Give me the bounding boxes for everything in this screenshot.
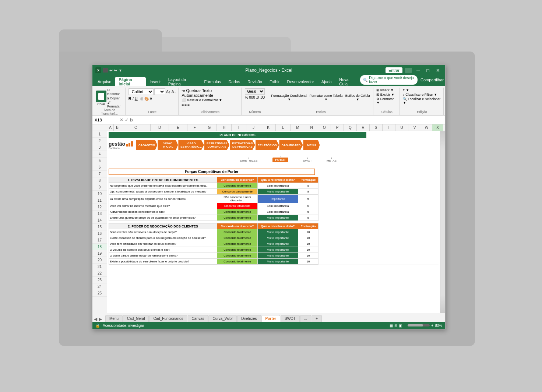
find-select-button[interactable]: 🔍 Localizar e Selecionar ▼ [403,97,441,105]
nav-visao-inicial[interactable]: VISÃOINICIAL [158,140,178,150]
insert-button[interactable]: ⊞ Inserir ▼ [376,88,397,92]
zoom-slider[interactable] [408,324,430,326]
tab-menu[interactable]: Menu [105,315,123,322]
cut-button[interactable]: ✂ Recortar [107,88,123,96]
tab-dados[interactable]: Dados [225,77,244,86]
percent-button[interactable]: % [245,95,248,99]
nav-visao-estrategica[interactable]: VISÃOESTRATÉGIC... [178,140,204,150]
nav-relatorios[interactable]: RELATÓRIOS [256,140,279,150]
italic-button[interactable]: I [133,96,134,101]
tab-cad-geral[interactable]: Cad_Geral [123,315,149,322]
sort-filter-button[interactable]: ↕ Classificar e Filtrar ▼ [403,93,441,96]
confirm-formula-icon[interactable]: ✓ [125,117,129,123]
fill-color-button[interactable]: 🎨 [144,97,149,101]
format-table-button[interactable]: Formatar como Tabela ▼ [309,94,343,101]
align-left[interactable]: ≡ [182,103,184,107]
minimize-button[interactable]: ─ [414,67,422,74]
format-painter-button[interactable]: 🖌 Formatar [107,101,123,108]
close-button[interactable]: ✕ [434,67,442,74]
decimal-dec[interactable]: .00 [260,95,265,99]
sub-diretrizes[interactable]: ↓ DIRETRIZES [240,156,258,162]
border-button[interactable]: ⊞ [140,97,143,101]
row-11: 11 [92,197,107,204]
cancel-formula-icon[interactable]: ✕ [120,117,123,123]
clipboard-buttons: Colar ✂ Recortar ⎘ Copiar 🖌 Formatar [96,88,123,108]
format-button[interactable]: ⚙ Formatar ▼ [376,97,397,105]
tab-add[interactable]: + [312,315,322,322]
font-family-select[interactable]: Calibri [129,88,154,95]
tab-swot[interactable]: SWOT [281,315,300,322]
sub-porter[interactable]: ↓ POTER [272,155,289,162]
font-color-button[interactable]: A [150,97,152,101]
search-box[interactable]: 🔍 Diga-me o que você deseja fazer [360,75,418,85]
thousand-button[interactable]: 000 [249,95,255,99]
tab-layout[interactable]: Layout da Página [165,77,201,86]
nav-estrategias-financas[interactable]: ESTRATÉGIASDE FINANÇAS [230,140,255,150]
zoom-level: 80% [435,324,442,328]
grid-container: A B C D E F G H I J K L M N O P Q [92,124,445,313]
vertical-scrollbar[interactable] [440,131,445,313]
sub-nav-items: ↓ DIRETRIZES ↓ POTER ↓ S [240,155,337,162]
tab-nova-guia[interactable]: Nova Guia [335,77,360,86]
align-right[interactable]: ≡ [187,103,190,107]
tab-formulas[interactable]: Fórmulas [201,77,225,86]
share-button[interactable]: Compartilhar [420,78,444,82]
align-center[interactable]: ≡ [184,103,187,107]
wrap-text-button[interactable]: ⇥ Quebrar Texto Automaticamente [182,88,239,98]
underline-button[interactable]: U [135,96,138,101]
decrease-font[interactable]: A↓ [172,89,176,94]
col-header-w: W [421,124,432,131]
tab-ajuda[interactable]: Ajuda [318,77,335,86]
r24: Muito importante [258,259,298,265]
paste-button[interactable]: Colar [96,91,106,106]
zoom-out-button[interactable]: - [405,324,406,328]
name-box[interactable]: X18 [92,116,118,124]
entrar-button[interactable]: Entrar [386,67,402,73]
sheet-nav-prev[interactable]: ◀ [94,317,97,322]
tab-arquivo[interactable]: Arquivo [94,77,115,86]
tab-inserir[interactable]: Inserir [146,77,165,86]
tab-exibir[interactable]: Exibir [266,77,284,86]
nav-cadastro[interactable]: CADASTRO [136,140,157,150]
tab-diretrizes[interactable]: Diretrizes [237,315,261,322]
normal-view-button[interactable]: ▦ [390,324,393,328]
conditional-format-button[interactable]: Formatação Condicional ▼ [271,94,307,101]
col-header-c: C [121,124,151,131]
tab-porter[interactable]: Porter [261,315,280,322]
styles-label: Estilos [316,110,326,114]
tab-desenvolvedor[interactable]: Desenvolvedor [283,77,317,86]
number-format-select[interactable]: Geral [245,88,265,95]
bold-button[interactable]: B [129,96,131,101]
tab-pagina-inicial[interactable]: Página Inicial [115,77,146,86]
autosum-button[interactable]: Σ ▼ [403,88,441,92]
tab-cad-funcionarios[interactable]: Cad_Funcionarios [149,315,187,322]
page-layout-button[interactable]: ⊞ [394,324,397,328]
zoom-in-button[interactable]: + [431,324,433,328]
insert-function-icon[interactable]: fx [130,117,133,123]
nav-menu[interactable]: MENU [303,140,320,150]
delete-button[interactable]: ⊠ Excluir ▼ [376,93,397,96]
save-icon[interactable] [103,68,108,73]
tab-curva-valor[interactable]: Curva_Valor [208,315,237,322]
page-break-button[interactable]: ▣ [399,324,402,328]
decimal-inc[interactable]: .0 [256,95,259,99]
ribbon-content: Colar ✂ Recortar ⎘ Copiar 🖌 Formatar Áre… [92,86,445,116]
sub-metas[interactable]: ↓ METAS [327,156,337,162]
row-23: 23 [92,277,107,283]
copy-button[interactable]: ⎘ Copiar [107,96,123,100]
maximize-button[interactable]: □ [424,67,432,74]
nav-estrategias-comerciais[interactable]: ESTRATÉGIASCOMERCIAIS [204,140,229,150]
a13: Não concordo e nem discorda... [217,195,258,203]
sheet-nav-next[interactable]: ▶ [99,317,102,322]
row-15: 15 [92,224,107,230]
cell-styles-button[interactable]: Estilos de Célula ▼ [345,94,371,101]
tab-revisao[interactable]: Revisão [244,77,266,86]
increase-font[interactable]: A↑ [166,89,171,94]
tab-more[interactable]: ... [300,315,311,322]
nav-dashboard[interactable]: DASHBOARD [279,140,303,150]
sub-swot[interactable]: ↓ SWOT [303,156,312,162]
tab-canvas[interactable]: Canvas [188,315,208,322]
row-20: 20 [92,257,107,264]
font-size-select[interactable]: 11 [154,88,165,95]
merge-button[interactable]: ⬜ Mesclar e Centralizar ▼ [182,98,222,102]
